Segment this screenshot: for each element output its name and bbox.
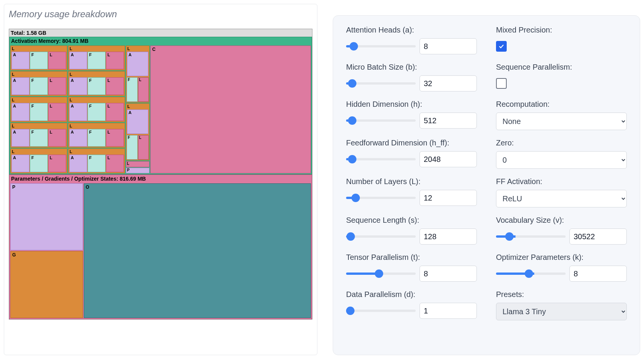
- sequence-parallelism-label: Sequence Parallelism:: [496, 63, 627, 72]
- memory-breakdown-panel: Memory usage breakdown Total: 1.58 GB Ac…: [4, 4, 317, 355]
- ff-activation-label: FF Activation:: [496, 177, 627, 186]
- treemap-layer-box: L AFL: [68, 123, 125, 148]
- zero-select[interactable]: 0: [496, 151, 627, 169]
- presets-select[interactable]: Llama 3 Tiny: [496, 303, 627, 320]
- treemap-layer-box: L AFL: [10, 46, 67, 70]
- seq-len-label: Sequence Length (s):: [346, 216, 477, 225]
- tensor-parallel-label: Tensor Parallelism (t):: [346, 253, 477, 262]
- ff-activation-select[interactable]: ReLU: [496, 190, 627, 207]
- treemap-pgo: Parameters / Gradients / Optimizer State…: [9, 175, 312, 319]
- num-layers-slider[interactable]: [346, 197, 416, 199]
- treemap-layer-box: L AFL: [68, 71, 125, 96]
- treemap-gradients-box: G: [10, 251, 83, 318]
- seq-len-input[interactable]: [420, 228, 477, 245]
- tensor-parallel-input[interactable]: [420, 266, 477, 282]
- ff-dim-slider[interactable]: [346, 158, 416, 160]
- treemap-layer-box: L AFL: [68, 148, 125, 173]
- vocab-size-input[interactable]: [569, 228, 627, 245]
- num-layers-input[interactable]: [420, 190, 477, 206]
- attention-heads-slider[interactable]: [346, 45, 416, 47]
- controls-panel: Attention Heads (a): Mixed Precision: Mi…: [333, 15, 640, 355]
- treemap-layer-box: L AFL: [68, 46, 125, 70]
- treemap-parameters-box: P: [10, 183, 83, 250]
- opt-params-slider[interactable]: [496, 273, 566, 275]
- treemap-activation: Activation Memory: 804.91 MB L AFL L AFL: [9, 37, 312, 175]
- treemap-layer-box: L AFL: [10, 71, 67, 96]
- ff-dim-label: Feedforward Dimension (h_ff):: [346, 139, 477, 147]
- hidden-dim-slider[interactable]: [346, 119, 416, 122]
- opt-params-input[interactable]: [569, 266, 627, 282]
- mixed-precision-label: Mixed Precision:: [496, 26, 627, 34]
- recomputation-select[interactable]: None: [496, 113, 627, 130]
- micro-batch-input[interactable]: [420, 75, 477, 91]
- sequence-parallelism-checkbox[interactable]: [496, 78, 507, 89]
- zero-label: Zero:: [496, 139, 627, 147]
- vocab-size-label: Vocabulary Size (v):: [496, 216, 627, 225]
- mixed-precision-checkbox[interactable]: [496, 41, 507, 52]
- vocab-size-slider[interactable]: [496, 235, 566, 238]
- treemap-total-label: Total: 1.58 GB: [9, 29, 312, 37]
- seq-len-slider[interactable]: [346, 235, 416, 238]
- opt-params-label: Optimizer Parameters (k):: [496, 253, 627, 262]
- memory-treemap: Total: 1.58 GB Activation Memory: 804.91…: [9, 29, 312, 320]
- treemap-pgo-label: Parameters / Gradients / Optimizer State…: [10, 175, 312, 183]
- attention-heads-label: Attention Heads (a):: [346, 26, 477, 34]
- treemap-optimizer-box: O: [84, 183, 311, 318]
- num-layers-label: Number of Layers (L):: [346, 177, 477, 186]
- tensor-parallel-slider[interactable]: [346, 273, 416, 275]
- hidden-dim-input[interactable]: [420, 113, 477, 129]
- page-title: Memory usage breakdown: [9, 9, 312, 20]
- presets-label: Presets:: [496, 290, 627, 299]
- recomputation-label: Recomputation:: [496, 100, 627, 109]
- micro-batch-slider[interactable]: [346, 82, 416, 85]
- data-parallel-slider[interactable]: [346, 310, 416, 312]
- treemap-layer-box: L AFL: [10, 123, 67, 148]
- treemap-layer-box: L AFL: [10, 148, 67, 173]
- data-parallel-input[interactable]: [420, 303, 477, 319]
- treemap-cross-box: C: [150, 46, 311, 173]
- treemap-small-layers: L A FL L A FL L P: [126, 46, 150, 173]
- treemap-activation-label: Activation Memory: 804.91 MB: [10, 37, 312, 45]
- hidden-dim-label: Hidden Dimension (h):: [346, 100, 477, 109]
- treemap-layers-column: L AFL L AFL L AFL: [10, 46, 125, 173]
- micro-batch-label: Micro Batch Size (b):: [346, 63, 477, 72]
- ff-dim-input[interactable]: [420, 151, 477, 167]
- treemap-layer-box: L AFL: [10, 97, 67, 122]
- attention-heads-input[interactable]: [420, 38, 477, 54]
- data-parallel-label: Data Parallelism (d):: [346, 290, 477, 299]
- treemap-layer-box: L AFL: [68, 97, 125, 122]
